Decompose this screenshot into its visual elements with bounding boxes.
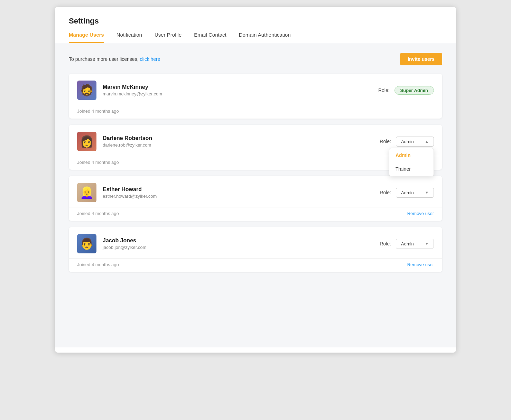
tab-email-contact[interactable]: Email Contact xyxy=(194,32,226,43)
license-bar: To purchase more user licenses, click he… xyxy=(69,53,442,65)
role-dropdown-darlene: Admin ▲ Admin Trainer xyxy=(396,137,434,147)
user-name-marvin: Marvin McKinney xyxy=(103,84,162,90)
avatar-esther: 👱‍♀️ xyxy=(77,183,96,202)
main-content: To purchase more user licenses, click he… xyxy=(55,43,456,347)
click-here-link[interactable]: click here xyxy=(140,56,160,62)
remove-user-jacob[interactable]: Remove user xyxy=(407,262,434,267)
joined-marvin: Joined 4 months ago xyxy=(77,109,119,114)
chevron-up-icon: ▲ xyxy=(425,139,429,143)
user-card-esther: 👱‍♀️ Esther Howard esther.howard@zylker.… xyxy=(69,176,442,221)
user-email-jacob: jacob.jon@zylker.com xyxy=(103,245,147,250)
chevron-down-icon: ▼ xyxy=(425,190,429,195)
avatar-jacob: 👨 xyxy=(77,234,96,253)
user-right-jacob: Role: Admin ▼ xyxy=(380,239,434,249)
role-dropdown-menu-darlene: Admin Trainer xyxy=(389,148,434,176)
role-select-btn-darlene[interactable]: Admin ▲ xyxy=(396,137,434,147)
user-name-esther: Esther Howard xyxy=(103,186,157,193)
user-left-jacob: 👨 Jacob Jones jacob.jon@zylker.com xyxy=(77,234,147,253)
role-select-btn-jacob[interactable]: Admin ▼ xyxy=(396,239,434,249)
page-title: Settings xyxy=(69,17,442,26)
role-badge-marvin: Super Admin xyxy=(394,86,434,95)
tab-manage-users[interactable]: Manage Users xyxy=(69,32,104,43)
role-select-btn-esther[interactable]: Admin ▼ xyxy=(396,188,434,198)
tab-user-profile[interactable]: User Profile xyxy=(155,32,182,43)
joined-jacob: Joined 4 months ago xyxy=(77,262,119,267)
tab-domain-authentication[interactable]: Domain Authentication xyxy=(239,32,291,43)
tab-notification[interactable]: Notification xyxy=(117,32,142,43)
settings-window: Settings Manage Users Notification User … xyxy=(55,7,456,353)
dropdown-item-trainer[interactable]: Trainer xyxy=(389,162,434,176)
user-name-jacob: Jacob Jones xyxy=(103,237,147,244)
role-label-esther: Role: xyxy=(380,190,391,195)
joined-darlene: Joined 4 months ago xyxy=(77,160,119,165)
invite-users-button[interactable]: Invite users xyxy=(400,53,442,65)
dropdown-item-admin[interactable]: Admin xyxy=(389,148,434,162)
role-label-darlene: Role: xyxy=(380,139,391,144)
joined-esther: Joined 4 months ago xyxy=(77,211,119,216)
remove-user-esther[interactable]: Remove user xyxy=(407,211,434,216)
tabs-container: Manage Users Notification User Profile E… xyxy=(69,32,442,43)
role-label-jacob: Role: xyxy=(380,241,391,246)
role-dropdown-jacob: Admin ▼ xyxy=(396,239,434,249)
user-email-marvin: marvin.mckinney@zylker.com xyxy=(103,91,162,96)
user-card-marvin: 🧔 Marvin McKinney marvin.mckinney@zylker… xyxy=(69,74,442,119)
chevron-down-icon-jacob: ▼ xyxy=(425,242,429,246)
user-card-jacob: 👨 Jacob Jones jacob.jon@zylker.com Role:… xyxy=(69,227,442,272)
role-dropdown-esther: Admin ▼ xyxy=(396,188,434,198)
user-card-darlene: 👩 Darlene Robertson darlene.rob@zylker.c… xyxy=(69,125,442,170)
user-left-marvin: 🧔 Marvin McKinney marvin.mckinney@zylker… xyxy=(77,81,162,100)
user-left-darlene: 👩 Darlene Robertson darlene.rob@zylker.c… xyxy=(77,132,152,151)
user-left-esther: 👱‍♀️ Esther Howard esther.howard@zylker.… xyxy=(77,183,157,202)
header: Settings Manage Users Notification User … xyxy=(55,7,456,43)
user-email-darlene: darlene.rob@zylker.com xyxy=(103,142,152,148)
avatar-marvin: 🧔 xyxy=(77,81,96,100)
user-name-darlene: Darlene Robertson xyxy=(103,135,152,141)
license-text: To purchase more user licenses, click he… xyxy=(69,56,160,62)
user-right-darlene: Role: Admin ▲ Admin Trainer xyxy=(380,137,434,147)
avatar-darlene: 👩 xyxy=(77,132,96,151)
user-right-esther: Role: Admin ▼ xyxy=(380,188,434,198)
role-label-marvin: Role: xyxy=(378,87,390,93)
user-email-esther: esther.howard@zylker.com xyxy=(103,194,157,199)
user-right-marvin: Role: Super Admin xyxy=(378,86,434,95)
